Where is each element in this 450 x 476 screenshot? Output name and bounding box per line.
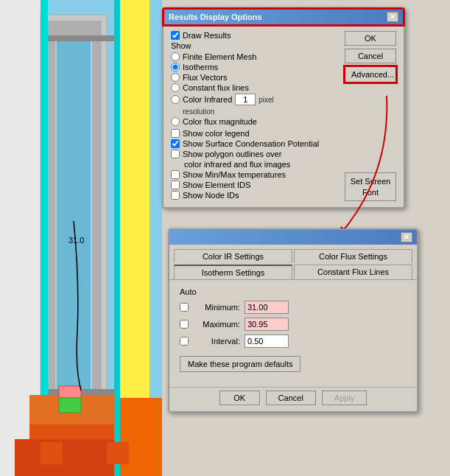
interval-label: Interval: xyxy=(193,337,240,346)
radio-color-ir-label: Color Infrared xyxy=(183,95,232,104)
draw-results-label: Draw Results xyxy=(183,31,231,40)
show-surface-label: Show Surface Condensation Potential xyxy=(183,139,319,148)
show-node-row: Show Node IDs xyxy=(171,191,339,200)
radio-isotherms[interactable] xyxy=(171,63,180,71)
show-element-label: Show Element IDS xyxy=(183,181,250,189)
radio-finite-row: Finite Element Mesh xyxy=(171,52,339,61)
show-node-label: Show Node IDs xyxy=(183,191,239,200)
maximum-label: Maximum: xyxy=(193,320,240,329)
tab-isotherm[interactable]: Isotherm Settings xyxy=(174,265,292,279)
show-minmax-label: Show Min/Max temperatures xyxy=(183,170,286,179)
show-surface-row: Show Surface Condensation Potential xyxy=(171,139,339,148)
show-polygon-checkbox[interactable] xyxy=(171,150,180,158)
minimum-row: Minimum: xyxy=(180,301,407,314)
svg-rect-18 xyxy=(107,442,129,464)
results-display-dialog: Results Display Options ✕ Draw Results S… xyxy=(162,7,405,209)
auto-label: Auto xyxy=(180,287,407,296)
svg-rect-16 xyxy=(120,398,162,476)
svg-text:31.0: 31.0 xyxy=(68,236,84,245)
svg-rect-15 xyxy=(120,0,150,398)
svg-rect-12 xyxy=(59,386,81,398)
resolution-label: resolution xyxy=(183,108,214,116)
show-color-legend-checkbox[interactable] xyxy=(171,129,180,138)
show-minmax-checkbox[interactable] xyxy=(171,170,180,179)
show-color-legend-label: Show color legend xyxy=(183,129,250,138)
advanced-tabs: Color IR Settings Color Flux Settings Is… xyxy=(169,245,417,280)
make-defaults-button[interactable]: Make these program defaults xyxy=(180,356,300,372)
draw-results-row: Draw Results xyxy=(171,31,339,40)
radio-finite-label: Finite Element Mesh xyxy=(183,52,256,61)
maximum-row: Maximum: xyxy=(180,318,407,331)
radio-constant-flux[interactable] xyxy=(171,83,180,92)
radio-constant-flux-row: Constant flux lines xyxy=(171,83,339,92)
tab-constant-flux[interactable]: Constant Flux Lines xyxy=(294,265,412,279)
svg-rect-17 xyxy=(41,442,63,464)
svg-rect-6 xyxy=(57,38,91,389)
radio-flux[interactable] xyxy=(171,73,180,82)
show-element-row: Show Element IDS xyxy=(171,181,339,189)
advanced-dialog-titlebar: ✕ xyxy=(169,230,417,245)
radio-constant-flux-label: Constant flux lines xyxy=(183,83,249,92)
advanced-dialog-close[interactable]: ✕ xyxy=(401,232,412,242)
advanced-cancel-button[interactable]: Cancel xyxy=(266,391,316,405)
advanced-settings-dialog: ✕ Color IR Settings Color Flux Settings … xyxy=(168,228,418,413)
window-section-svg: 31.0 xyxy=(0,0,162,476)
radio-color-ir-row: Color Infrared pixel xyxy=(171,94,339,105)
show-minmax-row: Show Min/Max temperatures xyxy=(171,170,339,179)
advanced-ok-button[interactable]: OK xyxy=(219,391,260,405)
set-screen-font-button[interactable]: Set Screen Font xyxy=(345,172,396,201)
radio-flux-label: Flux Vectors xyxy=(183,73,228,82)
advanced-body: Auto Minimum: Maximum: Interval: Make th… xyxy=(169,280,417,387)
advanced-footer: OK Cancel Apply xyxy=(169,387,417,411)
radio-isotherms-label: Isotherms xyxy=(183,63,218,71)
tab-color-ir[interactable]: Color IR Settings xyxy=(174,249,292,263)
advanced-button[interactable]: Advanced... xyxy=(345,66,396,83)
interval-input[interactable] xyxy=(245,335,289,348)
minimum-input[interactable] xyxy=(245,301,289,314)
maximum-checkbox[interactable] xyxy=(180,320,189,329)
show-section-label: Show xyxy=(171,41,339,50)
radio-isotherms-row: Isotherms xyxy=(171,63,339,71)
advanced-apply-button[interactable]: Apply xyxy=(322,391,368,405)
tab-color-flux[interactable]: Color Flux Settings xyxy=(294,249,412,263)
show-node-checkbox[interactable] xyxy=(171,191,180,200)
show-element-checkbox[interactable] xyxy=(171,181,180,189)
show-surface-checkbox[interactable] xyxy=(171,139,180,148)
radio-color-flux-label: Color flux magnitude xyxy=(183,117,257,126)
show-polygon-row: Show polygon outlines over xyxy=(171,150,339,158)
interval-row: Interval: xyxy=(180,335,407,348)
results-dialog-left: Draw Results Show Finite Element Mesh Is… xyxy=(171,31,339,201)
interval-checkbox[interactable] xyxy=(180,337,189,346)
radio-color-flux[interactable] xyxy=(171,117,180,126)
pixel-label: pixel xyxy=(259,96,274,104)
window-section-bg: 31.0 xyxy=(0,0,162,476)
minimum-label: Minimum: xyxy=(193,303,240,312)
results-dialog-titlebar: Results Display Options ✕ xyxy=(164,9,404,25)
radio-flux-row: Flux Vectors xyxy=(171,73,339,82)
svg-rect-14 xyxy=(114,0,120,476)
cancel-button[interactable]: Cancel xyxy=(345,49,396,63)
show-polygon-sub-label: color infrared and flux images xyxy=(184,160,290,169)
pixel-resolution-input[interactable] xyxy=(235,94,256,105)
svg-rect-13 xyxy=(59,398,81,413)
show-color-legend-row: Show color legend xyxy=(171,129,339,138)
show-polygon-label: Show polygon outlines over xyxy=(183,150,282,158)
maximum-input[interactable] xyxy=(245,318,289,331)
minimum-checkbox[interactable] xyxy=(180,303,189,312)
results-dialog-title: Results Display Options xyxy=(169,13,262,21)
draw-results-checkbox[interactable] xyxy=(171,31,180,40)
svg-rect-7 xyxy=(48,35,114,41)
radio-color-ir[interactable] xyxy=(171,95,180,104)
results-dialog-right: OK Cancel Advanced... Set Screen Font xyxy=(345,31,396,201)
results-dialog-close[interactable]: ✕ xyxy=(387,12,398,22)
radio-color-flux-row: Color flux magnitude xyxy=(171,117,339,126)
radio-finite[interactable] xyxy=(171,52,180,61)
ok-button[interactable]: OK xyxy=(345,31,396,46)
